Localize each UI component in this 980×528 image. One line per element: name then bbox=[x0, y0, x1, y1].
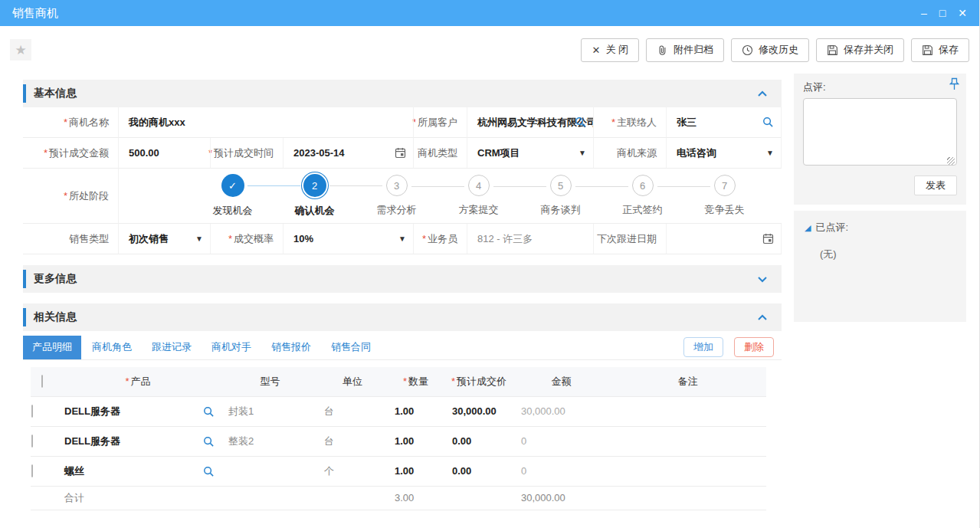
amount-cell: 30,000.00 bbox=[513, 396, 609, 426]
form-main-area: 基本信息 * 商机名称 我的商机xxx * 所属客户 bbox=[23, 74, 782, 510]
comment-panel: 点评: 发表 ◢ 已点评: (无) bbox=[794, 74, 966, 322]
basic-info-form: * 商机名称 我的商机xxx * 所属客户 杭州网易文学科技有限公司 bbox=[23, 107, 782, 254]
window-title: 销售商机 bbox=[12, 6, 58, 21]
field-label-next-follow-date: 下次跟进日期 bbox=[594, 224, 667, 254]
comment-label: 点评: bbox=[803, 81, 826, 93]
product-cell[interactable]: DELL服务器 bbox=[54, 396, 222, 426]
section-header-basic-info[interactable]: 基本信息 bbox=[23, 80, 782, 107]
comment-textarea-wrap bbox=[803, 98, 957, 169]
qty-cell[interactable]: 1.00 bbox=[387, 456, 444, 486]
search-icon[interactable] bbox=[762, 116, 774, 128]
modify-history-button[interactable]: 修改历史 bbox=[731, 38, 809, 62]
commented-toggle[interactable]: ◢ 已点评: bbox=[805, 221, 955, 234]
comment-textarea[interactable] bbox=[803, 98, 957, 166]
star-icon: ★ bbox=[15, 44, 26, 57]
opportunity-type-select[interactable]: CRM项目 ▼ bbox=[467, 138, 594, 169]
table-row: 螺丝 个 1.00 0.00 0 bbox=[31, 456, 766, 486]
qty-cell[interactable]: 1.00 bbox=[387, 426, 444, 456]
table-row: DELL服务器 封装1 台 1.00 30,000.00 30,000.00 bbox=[31, 396, 766, 426]
amount-cell: 0 bbox=[513, 456, 609, 486]
favorite-button[interactable]: ★ bbox=[10, 39, 31, 61]
chevron-down-icon: ▼ bbox=[766, 149, 774, 157]
search-icon[interactable] bbox=[203, 436, 215, 448]
stage-step-4[interactable]: 4 方案提交 bbox=[438, 175, 519, 217]
chevron-down-icon bbox=[757, 276, 768, 283]
customer-field[interactable]: 杭州网易文学科技有限公司 bbox=[467, 107, 594, 138]
total-amount: 30,000.00 bbox=[513, 486, 609, 510]
price-cell[interactable]: 0.00 bbox=[444, 456, 513, 486]
sales-type-select[interactable]: 初次销售 ▼ bbox=[119, 224, 211, 254]
search-icon[interactable] bbox=[203, 406, 215, 418]
expected-amount-field[interactable]: 500.00 bbox=[119, 138, 211, 169]
calendar-icon[interactable] bbox=[762, 233, 774, 244]
note-cell[interactable] bbox=[609, 426, 766, 456]
stage-step-3[interactable]: 3 需求分析 bbox=[356, 175, 438, 217]
attachment-archive-button[interactable]: 附件归档 bbox=[646, 38, 724, 62]
delete-row-button[interactable]: 删除 bbox=[734, 337, 774, 357]
note-cell[interactable] bbox=[609, 456, 766, 486]
tab-opportunity-role[interactable]: 商机角色 bbox=[83, 336, 141, 359]
contact-field[interactable]: 张三 bbox=[667, 107, 782, 138]
select-all-checkbox[interactable] bbox=[41, 375, 43, 388]
field-label-contact: * 主联络人 bbox=[594, 107, 667, 138]
model-cell[interactable]: 整装2 bbox=[222, 426, 318, 456]
row-checkbox[interactable] bbox=[31, 464, 33, 477]
section-title: 相关信息 bbox=[34, 310, 77, 324]
stage-step-5[interactable]: 5 商务谈判 bbox=[519, 175, 601, 217]
related-info-tabs: 产品明细 商机角色 跟进记录 商机对手 销售报价 销售合同 增加 删除 bbox=[23, 335, 782, 360]
minimize-icon[interactable]: – bbox=[921, 8, 927, 18]
tab-competitor[interactable]: 商机对手 bbox=[202, 336, 261, 359]
tab-sales-contract[interactable]: 销售合同 bbox=[322, 336, 380, 359]
close-button[interactable]: ✕ 关 闭 bbox=[581, 38, 639, 62]
field-label-salesman: * 业务员 bbox=[414, 224, 467, 254]
field-label-expected-date: * 预计成交时间 bbox=[211, 138, 284, 169]
search-icon[interactable] bbox=[575, 116, 586, 128]
product-cell[interactable]: DELL服务器 bbox=[54, 426, 222, 456]
section-header-more-info[interactable]: 更多信息 bbox=[23, 265, 782, 293]
section-title: 基本信息 bbox=[34, 87, 77, 100]
save-button[interactable]: 保存 bbox=[911, 38, 969, 62]
stage-step-1[interactable]: ✓ 发现机会 bbox=[192, 174, 274, 218]
tab-follow-record[interactable]: 跟进记录 bbox=[143, 336, 201, 359]
table-actions: 增加 删除 bbox=[683, 337, 782, 357]
column-header-note: 备注 bbox=[609, 367, 766, 396]
next-follow-date-field[interactable] bbox=[667, 224, 782, 254]
qty-cell[interactable]: 1.00 bbox=[387, 396, 444, 426]
price-cell[interactable]: 0.00 bbox=[444, 426, 513, 456]
column-header-model: 型号 bbox=[222, 367, 318, 396]
pin-icon[interactable] bbox=[949, 77, 959, 90]
probability-select[interactable]: 10% ▼ bbox=[284, 224, 414, 254]
price-cell[interactable]: 30,000.00 bbox=[444, 396, 513, 426]
stage-step-7[interactable]: 7 竞争丢失 bbox=[683, 175, 765, 217]
add-row-button[interactable]: 增加 bbox=[683, 337, 723, 357]
maximize-icon[interactable]: □ bbox=[939, 8, 946, 18]
commented-block: ◢ 已点评: (无) bbox=[794, 211, 966, 322]
expected-date-field[interactable]: 2023-05-14 bbox=[284, 138, 414, 169]
stage-stepper: ✓ 发现机会 2 确认机会 3 需求分析 4 方案提交 bbox=[119, 169, 782, 224]
tab-product-detail[interactable]: 产品明细 bbox=[23, 336, 81, 359]
search-icon[interactable] bbox=[203, 466, 215, 477]
opportunity-source-select[interactable]: 电话咨询 ▼ bbox=[667, 138, 782, 169]
opportunity-name-field[interactable]: 我的商机xxx bbox=[119, 107, 414, 138]
row-checkbox[interactable] bbox=[31, 405, 33, 418]
amount-cell: 0 bbox=[513, 426, 609, 456]
note-cell[interactable] bbox=[609, 396, 766, 426]
triangle-icon: ◢ bbox=[805, 224, 811, 232]
section-header-related-info[interactable]: 相关信息 bbox=[23, 303, 782, 331]
calendar-icon[interactable] bbox=[395, 147, 406, 159]
product-cell[interactable]: 螺丝 bbox=[54, 456, 222, 486]
model-cell[interactable] bbox=[222, 456, 318, 486]
clock-icon bbox=[742, 44, 753, 56]
row-checkbox[interactable] bbox=[31, 435, 33, 448]
field-label-stage: * 所处阶段 bbox=[23, 169, 119, 224]
stage-step-6[interactable]: 6 正式签约 bbox=[601, 175, 683, 217]
model-cell[interactable]: 封装1 bbox=[222, 396, 318, 426]
stage-step-2[interactable]: 2 确认机会 bbox=[274, 174, 356, 218]
close-icon[interactable]: ✕ bbox=[958, 8, 967, 18]
tab-sales-quote[interactable]: 销售报价 bbox=[262, 336, 320, 359]
total-qty: 3.00 bbox=[387, 486, 444, 510]
save-and-close-button[interactable]: 保存并关闭 bbox=[816, 38, 904, 62]
paperclip-icon bbox=[657, 44, 668, 56]
publish-button[interactable]: 发表 bbox=[914, 175, 957, 195]
column-header-unit: 单位 bbox=[318, 367, 387, 396]
